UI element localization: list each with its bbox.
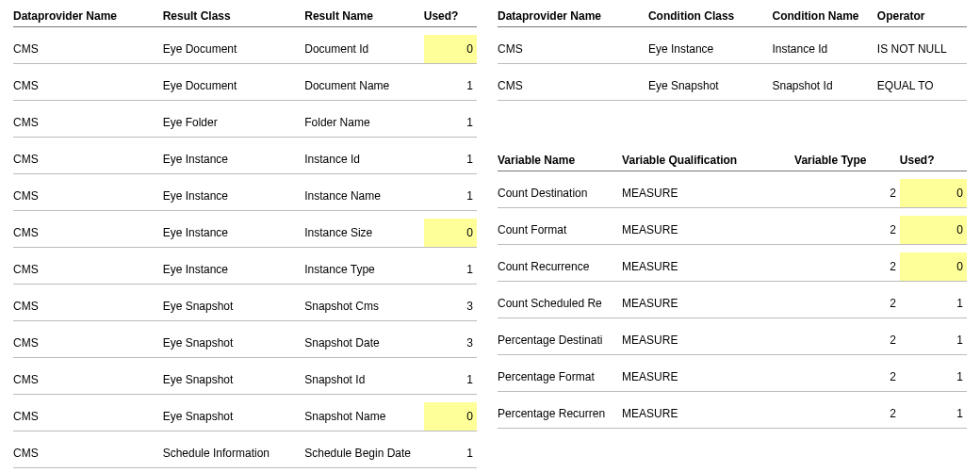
results-cell-rclass: Eye Snapshot	[163, 402, 305, 431]
variables-cell-vtype: 2	[794, 252, 900, 282]
table-row: CMSEye SnapshotSnapshot Date3	[13, 329, 477, 358]
table-row: CMSEye SnapshotSnapshot Id1	[13, 366, 477, 395]
table-row: CMSEye InstanceInstance Size0	[13, 219, 477, 248]
results-cell-dp: CMS	[13, 35, 163, 64]
results-cell-used: 1	[424, 72, 477, 101]
results-cell-rclass: Schedule Information	[163, 439, 305, 468]
results-cell-used: 1	[424, 145, 477, 174]
results-header-rclass: Result Class	[163, 6, 305, 27]
table-row: CMSEye DocumentDocument Name1	[13, 72, 477, 101]
results-cell-dp: CMS	[13, 255, 163, 285]
variables-cell-used: 1	[900, 363, 967, 392]
results-cell-rname: Instance Name	[304, 182, 424, 211]
variables-cell-vtype: 2	[794, 363, 900, 392]
results-cell-dp: CMS	[13, 108, 163, 138]
table-row: CMSEye InstanceInstance Type1	[13, 255, 477, 285]
results-cell-rclass: Eye Snapshot	[163, 366, 305, 395]
variables-cell-vqual: MEASURE	[622, 363, 794, 392]
report-page: Dataprovider Name Result Class Result Na…	[0, 0, 980, 472]
conditions-cell-cname: Instance Id	[773, 35, 877, 64]
variables-cell-vtype: 2	[794, 399, 900, 429]
results-cell-rname: Instance Size	[304, 219, 424, 248]
variables-cell-vtype: 2	[794, 216, 900, 245]
results-header-used: Used?	[424, 6, 477, 27]
results-cell-dp: CMS	[13, 329, 163, 358]
results-cell-used: 1	[424, 366, 477, 395]
variables-cell-vtype: 2	[794, 326, 900, 355]
conditions-cell-op: IS NOT NULL	[877, 35, 967, 64]
table-row: CMSEye FolderFolder Name1	[13, 108, 477, 138]
results-cell-rname: Snapshot Cms	[304, 292, 424, 321]
variables-header-row: Variable Name Variable Qualification Var…	[498, 150, 967, 171]
variables-cell-vname: Percentage Format	[498, 363, 622, 392]
table-row: CMSEye InstanceInstance IdIS NOT NULL	[498, 35, 967, 64]
conditions-header-cname: Condition Name	[773, 6, 877, 27]
table-row: CMSSchedule InformationSchedule Begin Da…	[13, 439, 477, 468]
variables-cell-vtype: 2	[794, 179, 900, 208]
section-gap	[498, 101, 967, 150]
conditions-cell-cclass: Eye Snapshot	[648, 72, 773, 101]
variables-cell-vtype: 2	[794, 289, 900, 318]
results-cell-rname: Document Id	[304, 35, 424, 64]
table-row: CMSEye SnapshotSnapshot IdEQUAL TO	[498, 72, 967, 101]
conditions-header-op: Operator	[877, 6, 967, 27]
table-row: Percentage RecurrenMEASURE21	[498, 399, 967, 429]
variables-cell-used: 1	[900, 289, 967, 318]
results-cell-rname: Snapshot Name	[304, 402, 424, 431]
variables-cell-vqual: MEASURE	[622, 399, 794, 429]
table-row: Count RecurrenceMEASURE20	[498, 252, 967, 282]
table-row: Count Scheduled ReMEASURE21	[498, 289, 967, 318]
variables-header-vtype: Variable Type	[794, 150, 900, 171]
conditions-cell-dp: CMS	[498, 72, 648, 101]
variables-cell-used: 0	[900, 252, 967, 282]
variables-header-used: Used?	[900, 150, 967, 171]
results-cell-used: 0	[424, 402, 477, 431]
results-header-dp: Dataprovider Name	[13, 6, 163, 27]
table-row: CMSEye SnapshotSnapshot Name0	[13, 402, 477, 431]
table-row: CMSEye SnapshotSnapshot Cms3	[13, 292, 477, 321]
conditions-cell-dp: CMS	[498, 35, 648, 64]
results-cell-used: 1	[424, 439, 477, 468]
results-cell-rclass: Eye Instance	[163, 255, 305, 285]
results-cell-rclass: Eye Document	[163, 72, 305, 101]
variables-cell-vname: Percentage Destinati	[498, 326, 622, 355]
conditions-header-cclass: Condition Class	[648, 6, 773, 27]
results-cell-rclass: Eye Instance	[163, 182, 305, 211]
conditions-header-row: Dataprovider Name Condition Class Condit…	[498, 6, 967, 27]
variables-header-vqual: Variable Qualification	[622, 150, 794, 171]
results-section: Dataprovider Name Result Class Result Na…	[13, 6, 477, 468]
results-cell-rname: Snapshot Date	[304, 329, 424, 358]
results-header-rname: Result Name	[304, 6, 424, 27]
results-cell-rclass: Eye Instance	[163, 219, 305, 248]
results-header-row: Dataprovider Name Result Class Result Na…	[13, 6, 477, 27]
variables-cell-vqual: MEASURE	[622, 216, 794, 245]
results-cell-used: 3	[424, 292, 477, 321]
variables-cell-vqual: MEASURE	[622, 252, 794, 282]
variables-cell-vname: Count Format	[498, 216, 622, 245]
results-cell-used: 1	[424, 182, 477, 211]
variables-cell-used: 0	[900, 216, 967, 245]
conditions-cell-cname: Snapshot Id	[773, 72, 877, 101]
variables-cell-vname: Count Recurrence	[498, 252, 622, 282]
results-cell-used: 3	[424, 329, 477, 358]
results-cell-used: 1	[424, 108, 477, 138]
table-row: Percentage FormatMEASURE21	[498, 363, 967, 392]
results-cell-dp: CMS	[13, 182, 163, 211]
table-row: CMSEye InstanceInstance Id1	[13, 145, 477, 174]
results-cell-rname: Folder Name	[304, 108, 424, 138]
variables-header-vname: Variable Name	[498, 150, 622, 171]
results-cell-rclass: Eye Snapshot	[163, 329, 305, 358]
variables-cell-used: 1	[900, 326, 967, 355]
results-cell-used: 1	[424, 255, 477, 285]
results-cell-dp: CMS	[13, 72, 163, 101]
results-cell-rname: Snapshot Id	[304, 366, 424, 395]
variables-cell-used: 0	[900, 179, 967, 208]
conditions-cell-cclass: Eye Instance	[648, 35, 773, 64]
results-cell-rclass: Eye Document	[163, 35, 305, 64]
results-cell-dp: CMS	[13, 439, 163, 468]
variables-cell-vqual: MEASURE	[622, 179, 794, 208]
table-row: Count FormatMEASURE20	[498, 216, 967, 245]
results-cell-rclass: Eye Instance	[163, 145, 305, 174]
table-row: CMSEye InstanceInstance Name1	[13, 182, 477, 211]
variables-cell-vname: Percentage Recurren	[498, 399, 622, 429]
